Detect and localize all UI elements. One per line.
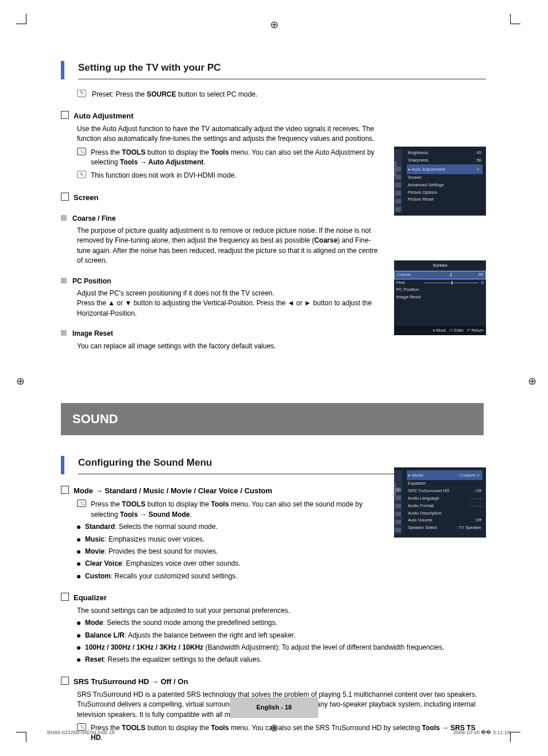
page-footer: English - 18 (230, 697, 318, 718)
registration-mark-icon: ⊕ (528, 374, 537, 389)
bullet-icon (77, 646, 80, 650)
osd-picture-menu: Picture Brightness: 45 Sharpness: 50 ▸ A… (394, 147, 486, 216)
item-title: Image Reset (72, 329, 113, 339)
subsection-title: Auto Adjustment (74, 111, 133, 122)
section-heading: Setting up the TV with your PC (78, 61, 486, 79)
list-item: Custom: Recalls your customized sound se… (85, 571, 237, 581)
bullet-icon (77, 525, 80, 529)
body-text: This function does not work in DVI-HDMI … (91, 171, 236, 181)
list-item: Reset: Resets the equalizer settings to … (85, 655, 262, 665)
note-icon: ✎ (77, 171, 86, 178)
crop-mark (510, 14, 520, 24)
list-item: 100Hz / 300Hz / 1KHz / 3KHz / 10KHz (Ban… (85, 643, 444, 653)
body-text: The sound settings can be adjusted to su… (77, 606, 479, 616)
bullet-icon (77, 658, 80, 662)
registration-mark-icon: ⊕ (16, 374, 25, 389)
subsection-title: Screen (74, 193, 98, 204)
list-item: Music: Emphasizes music over voices. (85, 535, 204, 544)
subsection-title: Equalizer (74, 593, 107, 604)
osd-sound-menu: Sound ▸ Mode: Custom ▶ EqualizerSRS TruS… (394, 467, 486, 538)
osd-screen-menu: Screen Coarse50 Fine0 PC Position Image … (394, 260, 486, 335)
square-bullet-icon (61, 278, 67, 283)
item-title: PC Position (72, 277, 111, 286)
list-item: Mode: Selects the sound mode among the p… (85, 618, 277, 628)
list-item: Movie: Provides the best sound for movie… (85, 547, 218, 557)
body-text: Press the TOOLS button to display the To… (91, 148, 381, 168)
list-item: Balance L/R: Adjusts the balance between… (85, 631, 295, 640)
bullet-icon (77, 621, 80, 625)
crop-mark (16, 732, 26, 742)
tools-icon: ⌥ (77, 148, 86, 155)
body-text: Adjust the PC's screen positioning if it… (77, 289, 381, 318)
section-box-icon (61, 486, 69, 494)
list-item: Clear Voice: Emphasizes voice over other… (85, 559, 241, 569)
preset-note: Preset: Press the SOURCE button to selec… (92, 90, 257, 99)
meta-timestamp: 2009-10-20 �� 3:11:18 (453, 729, 510, 736)
crop-mark (510, 732, 520, 742)
registration-mark-icon: ⊕ (270, 17, 279, 32)
body-text: You can replace all image settings with … (77, 341, 381, 351)
item-title: Coarse / Fine (72, 214, 115, 224)
note-icon: ✎ (77, 90, 86, 97)
list-item: Standard: Selects the normal sound mode. (85, 522, 218, 532)
square-bullet-icon (61, 215, 67, 221)
section-box-icon (61, 111, 69, 119)
subsection-title: SRS TruSurround HD → Off / On (74, 677, 188, 688)
chapter-banner: SOUND (61, 403, 484, 435)
bullet-icon (77, 538, 80, 542)
body-text: Press the TOOLS button to display the To… (91, 500, 381, 520)
crop-mark (16, 14, 26, 24)
body-text: The purpose of picture quality adjustmen… (77, 226, 381, 266)
square-bullet-icon (61, 330, 67, 336)
bullet-icon (77, 634, 80, 638)
section-box-icon (61, 193, 69, 201)
bullet-icon (77, 562, 80, 566)
body-text: Use the Auto Adjust function to have the… (77, 124, 381, 144)
body-text: Press the TOOLS button to display the To… (91, 723, 479, 743)
meta-filename: BN68-02325B-04Eng.indb 18 (47, 729, 115, 736)
bullet-icon (77, 550, 80, 554)
tools-icon: ⌥ (77, 500, 86, 507)
section-box-icon (61, 593, 69, 601)
bullet-icon (77, 575, 80, 578)
subsection-title: Mode → Standard / Music / Movie / Clear … (74, 486, 272, 497)
section-box-icon (61, 677, 69, 685)
